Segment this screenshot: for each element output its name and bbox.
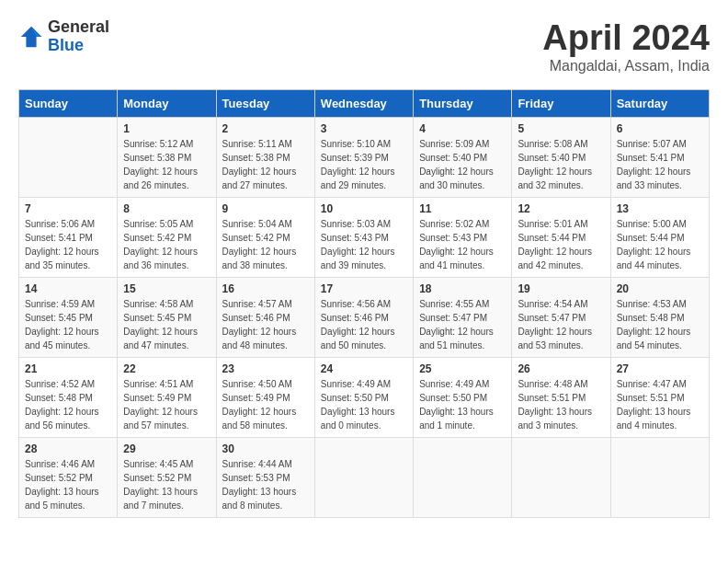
day-info: Sunrise: 5:09 AMSunset: 5:40 PMDaylight:… [419, 137, 506, 192]
calendar-cell: 24Sunrise: 4:49 AMSunset: 5:50 PMDayligh… [314, 358, 413, 438]
calendar-cell: 2Sunrise: 5:11 AMSunset: 5:38 PMDaylight… [216, 118, 314, 198]
day-number: 23 [222, 362, 309, 375]
calendar-cell: 25Sunrise: 4:49 AMSunset: 5:50 PMDayligh… [414, 358, 512, 438]
calendar-cell: 15Sunrise: 4:58 AMSunset: 5:45 PMDayligh… [118, 278, 216, 358]
calendar-cell: 29Sunrise: 4:45 AMSunset: 5:52 PMDayligh… [118, 438, 216, 518]
day-info: Sunrise: 4:56 AMSunset: 5:46 PMDaylight:… [321, 297, 407, 352]
calendar-cell: 16Sunrise: 4:57 AMSunset: 5:46 PMDayligh… [216, 278, 314, 358]
day-info: Sunrise: 5:01 AMSunset: 5:44 PMDaylight:… [518, 217, 604, 272]
day-info: Sunrise: 4:50 AMSunset: 5:49 PMDaylight:… [222, 377, 309, 432]
month-title: April 2024 [542, 18, 710, 58]
day-number: 8 [123, 202, 210, 215]
day-number: 25 [419, 362, 506, 375]
day-number: 21 [25, 362, 111, 375]
day-number: 7 [25, 202, 111, 215]
day-info: Sunrise: 4:52 AMSunset: 5:48 PMDaylight:… [25, 377, 111, 432]
calendar-cell: 13Sunrise: 5:00 AMSunset: 5:44 PMDayligh… [610, 198, 709, 278]
calendar-cell: 1Sunrise: 5:12 AMSunset: 5:38 PMDaylight… [118, 118, 216, 198]
calendar-cell: 23Sunrise: 4:50 AMSunset: 5:49 PMDayligh… [216, 358, 314, 438]
day-info: Sunrise: 4:46 AMSunset: 5:52 PMDaylight:… [25, 457, 111, 512]
day-number: 22 [123, 362, 210, 375]
day-info: Sunrise: 5:06 AMSunset: 5:41 PMDaylight:… [25, 217, 111, 272]
logo-text: General Blue [48, 18, 109, 55]
day-info: Sunrise: 5:04 AMSunset: 5:42 PMDaylight:… [222, 217, 309, 272]
calendar-table: SundayMondayTuesdayWednesdayThursdayFrid… [18, 89, 710, 518]
calendar-cell: 22Sunrise: 4:51 AMSunset: 5:49 PMDayligh… [118, 358, 216, 438]
day-number: 19 [518, 282, 604, 295]
calendar-cell: 7Sunrise: 5:06 AMSunset: 5:41 PMDaylight… [19, 198, 118, 278]
weekday-header: Thursday [414, 90, 512, 118]
calendar-cell [314, 438, 413, 518]
day-info: Sunrise: 4:49 AMSunset: 5:50 PMDaylight:… [321, 377, 407, 432]
title-block: April 2024 Mangaldai, Assam, India [542, 18, 710, 75]
calendar-cell: 27Sunrise: 4:47 AMSunset: 5:51 PMDayligh… [610, 358, 709, 438]
calendar-cell: 5Sunrise: 5:08 AMSunset: 5:40 PMDaylight… [512, 118, 610, 198]
calendar-cell: 12Sunrise: 5:01 AMSunset: 5:44 PMDayligh… [512, 198, 610, 278]
location: Mangaldai, Assam, India [542, 58, 710, 75]
day-number: 12 [518, 202, 604, 215]
day-info: Sunrise: 4:45 AMSunset: 5:52 PMDaylight:… [123, 457, 210, 512]
logo-general: General [48, 18, 109, 37]
calendar-cell: 17Sunrise: 4:56 AMSunset: 5:46 PMDayligh… [314, 278, 413, 358]
calendar-week-row: 7Sunrise: 5:06 AMSunset: 5:41 PMDaylight… [19, 198, 710, 278]
day-number: 27 [617, 362, 703, 375]
logo-blue: Blue [48, 37, 109, 55]
calendar-week-row: 14Sunrise: 4:59 AMSunset: 5:45 PMDayligh… [19, 278, 710, 358]
calendar-cell: 30Sunrise: 4:44 AMSunset: 5:53 PMDayligh… [216, 438, 314, 518]
day-info: Sunrise: 4:49 AMSunset: 5:50 PMDaylight:… [419, 377, 506, 432]
day-info: Sunrise: 4:55 AMSunset: 5:47 PMDaylight:… [419, 297, 506, 352]
day-number: 20 [617, 282, 703, 295]
day-info: Sunrise: 4:53 AMSunset: 5:48 PMDaylight:… [617, 297, 703, 352]
header-row: SundayMondayTuesdayWednesdayThursdayFrid… [19, 90, 710, 118]
calendar-week-row: 1Sunrise: 5:12 AMSunset: 5:38 PMDaylight… [19, 118, 710, 198]
day-number: 15 [123, 282, 210, 295]
calendar-cell: 14Sunrise: 4:59 AMSunset: 5:45 PMDayligh… [19, 278, 118, 358]
weekday-header: Sunday [19, 90, 118, 118]
day-info: Sunrise: 4:47 AMSunset: 5:51 PMDaylight:… [617, 377, 703, 432]
logo: General Blue [18, 18, 109, 55]
calendar-cell [512, 438, 610, 518]
day-number: 24 [321, 362, 407, 375]
day-number: 3 [321, 122, 407, 135]
calendar-cell: 9Sunrise: 5:04 AMSunset: 5:42 PMDaylight… [216, 198, 314, 278]
day-info: Sunrise: 4:54 AMSunset: 5:47 PMDaylight:… [518, 297, 604, 352]
calendar-cell: 3Sunrise: 5:10 AMSunset: 5:39 PMDaylight… [314, 118, 413, 198]
day-info: Sunrise: 5:02 AMSunset: 5:43 PMDaylight:… [419, 217, 506, 272]
calendar-cell: 21Sunrise: 4:52 AMSunset: 5:48 PMDayligh… [19, 358, 118, 438]
day-info: Sunrise: 4:48 AMSunset: 5:51 PMDaylight:… [518, 377, 604, 432]
day-info: Sunrise: 4:59 AMSunset: 5:45 PMDaylight:… [25, 297, 111, 352]
day-info: Sunrise: 5:00 AMSunset: 5:44 PMDaylight:… [617, 217, 703, 272]
day-number: 4 [419, 122, 506, 135]
calendar-body: 1Sunrise: 5:12 AMSunset: 5:38 PMDaylight… [19, 118, 710, 518]
day-info: Sunrise: 5:12 AMSunset: 5:38 PMDaylight:… [123, 137, 210, 192]
day-number: 13 [617, 202, 703, 215]
day-info: Sunrise: 5:05 AMSunset: 5:42 PMDaylight:… [123, 217, 210, 272]
calendar-cell: 10Sunrise: 5:03 AMSunset: 5:43 PMDayligh… [314, 198, 413, 278]
calendar-cell [19, 118, 118, 198]
calendar-cell: 20Sunrise: 4:53 AMSunset: 5:48 PMDayligh… [610, 278, 709, 358]
calendar-week-row: 28Sunrise: 4:46 AMSunset: 5:52 PMDayligh… [19, 438, 710, 518]
weekday-header: Tuesday [216, 90, 314, 118]
calendar-cell: 18Sunrise: 4:55 AMSunset: 5:47 PMDayligh… [414, 278, 512, 358]
day-info: Sunrise: 4:58 AMSunset: 5:45 PMDaylight:… [123, 297, 210, 352]
day-number: 10 [321, 202, 407, 215]
calendar-cell: 11Sunrise: 5:02 AMSunset: 5:43 PMDayligh… [414, 198, 512, 278]
calendar-cell [414, 438, 512, 518]
calendar-header: SundayMondayTuesdayWednesdayThursdayFrid… [19, 90, 710, 118]
day-info: Sunrise: 4:44 AMSunset: 5:53 PMDaylight:… [222, 457, 309, 512]
day-number: 11 [419, 202, 506, 215]
calendar-cell: 4Sunrise: 5:09 AMSunset: 5:40 PMDaylight… [414, 118, 512, 198]
day-number: 18 [419, 282, 506, 295]
day-number: 29 [123, 442, 210, 455]
calendar-week-row: 21Sunrise: 4:52 AMSunset: 5:48 PMDayligh… [19, 358, 710, 438]
logo-icon [18, 24, 44, 50]
calendar-cell: 6Sunrise: 5:07 AMSunset: 5:41 PMDaylight… [610, 118, 709, 198]
day-number: 26 [518, 362, 604, 375]
weekday-header: Wednesday [314, 90, 413, 118]
day-number: 6 [617, 122, 703, 135]
calendar-cell: 8Sunrise: 5:05 AMSunset: 5:42 PMDaylight… [118, 198, 216, 278]
day-info: Sunrise: 5:11 AMSunset: 5:38 PMDaylight:… [222, 137, 309, 192]
day-info: Sunrise: 5:07 AMSunset: 5:41 PMDaylight:… [617, 137, 703, 192]
day-info: Sunrise: 4:51 AMSunset: 5:49 PMDaylight:… [123, 377, 210, 432]
calendar-cell: 26Sunrise: 4:48 AMSunset: 5:51 PMDayligh… [512, 358, 610, 438]
